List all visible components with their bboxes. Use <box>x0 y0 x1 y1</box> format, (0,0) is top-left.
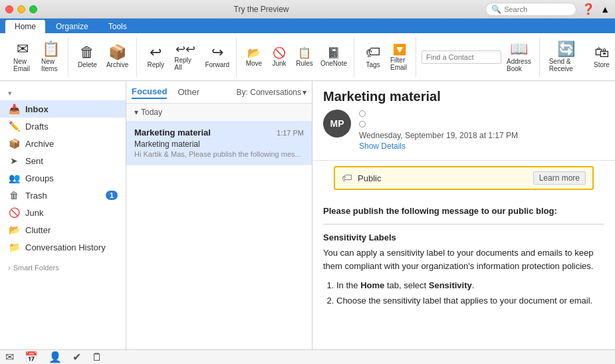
conversation-icon: 📁 <box>8 242 20 252</box>
tab-focused[interactable]: Focused <box>132 85 167 99</box>
find-contact-input[interactable] <box>422 50 501 64</box>
reply-all-button[interactable]: ↩↩ Reply All <box>170 39 201 76</box>
chevron-down-icon: ▾ <box>8 89 12 98</box>
archive-sidebar-icon: 📦 <box>8 138 20 149</box>
address-book-button[interactable]: 📖 Address Book <box>503 39 535 76</box>
forward-icon: ↪ <box>211 45 223 60</box>
trash-icon: 🗑 <box>8 190 20 201</box>
email-preview: Hi Kartik & Mas, Please publish the foll… <box>134 150 304 158</box>
new-email-icon: ✉ <box>17 42 29 56</box>
clutter-icon: 📂 <box>8 225 20 235</box>
sidebar: ▾ 📥 Inbox ✏️ Drafts 📦 Archive ➤ Sent 👥 G… <box>0 81 126 349</box>
section-title: Sensitivity Labels <box>323 232 604 242</box>
tab-tools[interactable]: Tools <box>99 20 136 33</box>
email-title-row: Marketing material <box>323 89 604 104</box>
collapse-icon[interactable]: ▲ <box>600 4 610 15</box>
archive-button[interactable]: 📦 Archive <box>102 39 132 76</box>
email-from-2 <box>359 120 518 130</box>
sidebar-collapse[interactable]: ▾ <box>0 86 126 100</box>
sidebar-item-trash[interactable]: 🗑 Trash 1 <box>0 187 126 204</box>
mail-status-icon[interactable]: ✉ <box>5 351 14 363</box>
from-dot-2 <box>359 121 366 128</box>
onenote-icon: 📓 <box>327 46 340 59</box>
title-search[interactable]: 🔍 <box>485 3 576 16</box>
send-receive-button[interactable]: 🔄 Send & Receive <box>545 39 587 76</box>
email-item-header: Marketing material 1:17 PM <box>134 128 304 137</box>
sensitivity-label: Public <box>358 173 528 183</box>
ribbon-group-move: 📂 Move 🚫 Junk 📋 Rules 📓 OneNote <box>238 37 354 77</box>
tab-organize[interactable]: Organize <box>47 20 98 33</box>
new-items-button[interactable]: 📋 New Items <box>37 39 64 76</box>
junk-button[interactable]: 🚫 Junk <box>267 45 291 68</box>
email-item-0[interactable]: Marketing material 1:17 PM Marketing mat… <box>126 121 312 165</box>
junk-icon: 🚫 <box>273 46 286 59</box>
address-book-icon: 📖 <box>510 42 528 56</box>
chevron-down-email-icon: ▾ <box>134 108 138 117</box>
sensitivity-banner-wrapper: 🏷 Public Learn more <box>312 161 615 195</box>
sidebar-item-sent[interactable]: ➤ Sent <box>0 152 126 169</box>
ribbon-group-new: ✉ New Email 📋 New Items <box>5 37 68 77</box>
store-icon: 🛍 <box>594 45 609 60</box>
traffic-lights <box>5 5 37 13</box>
step-1: In the Home tab, select Sensitivity. <box>336 278 604 293</box>
chevron-right-icon: › <box>8 264 11 272</box>
sidebar-smart-folders[interactable]: › Smart Folders <box>0 261 126 274</box>
search-icon: 🔍 <box>491 5 501 14</box>
email-list-tabs: Focused Other By: Conversations ▾ <box>126 81 312 104</box>
onenote-button[interactable]: 📓 OneNote <box>318 45 350 68</box>
show-details-link[interactable]: Show Details <box>359 141 518 151</box>
email-date: Wednesday, September 19, 2018 at 1:17 PM <box>359 131 518 140</box>
sidebar-item-junk[interactable]: 🚫 Junk <box>0 204 126 221</box>
delete-icon: 🗑 <box>80 45 94 60</box>
tag-icon: 🏷 <box>342 172 352 184</box>
sidebar-item-clutter[interactable]: 📂 Clutter <box>0 221 126 238</box>
tasks-status-icon[interactable]: ✔ <box>72 351 81 363</box>
title-bar-center: Try the Preview <box>37 5 485 14</box>
store-button[interactable]: 🛍 Store <box>588 39 615 76</box>
tab-home[interactable]: Home <box>5 20 45 33</box>
new-email-button[interactable]: ✉ New Email <box>9 39 36 76</box>
ribbon-group-find: 📖 Address Book <box>418 37 540 77</box>
move-button[interactable]: 📂 Move <box>242 45 266 68</box>
title-bar-right: 🔍 ❓ ▲ <box>485 3 610 16</box>
learn-more-button[interactable]: Learn more <box>533 171 586 185</box>
sidebar-item-drafts[interactable]: ✏️ Drafts <box>0 118 126 135</box>
main-layout: ▾ 📥 Inbox ✏️ Drafts 📦 Archive ➤ Sent 👥 G… <box>0 81 615 349</box>
help-icon[interactable]: ❓ <box>582 3 595 15</box>
send-receive-icon: 🔄 <box>557 42 575 56</box>
sort-chevron-icon: ▾ <box>303 88 307 97</box>
maximize-button[interactable] <box>29 5 37 13</box>
reply-button[interactable]: ↩ Reply <box>142 39 169 76</box>
delete-button[interactable]: 🗑 Delete <box>74 39 101 76</box>
tab-other[interactable]: Other <box>178 86 199 98</box>
title-bar: Try the Preview 🔍 ❓ ▲ <box>0 0 615 19</box>
ribbon-group-tags: 🏷 Tags 🔽 Filter Email <box>356 37 416 77</box>
calendar-status-icon[interactable]: 📅 <box>25 351 38 363</box>
forward-button[interactable]: ↪ Forward <box>203 39 232 76</box>
minimize-button[interactable] <box>17 5 25 13</box>
from-dot-1 <box>359 110 366 117</box>
email-main-title: Marketing material <box>323 89 441 104</box>
filter-email-button[interactable]: 🔽 Filter Email <box>388 42 412 72</box>
search-input[interactable] <box>504 5 570 13</box>
junk-sidebar-icon: 🚫 <box>8 207 20 218</box>
email-group-today: ▾ Today <box>126 104 312 121</box>
preview-label: Try the Preview <box>234 5 289 14</box>
rules-icon: 📋 <box>298 46 311 59</box>
sidebar-item-archive[interactable]: 📦 Archive <box>0 135 126 152</box>
sidebar-item-conversation-history[interactable]: 📁 Conversation History <box>0 238 126 256</box>
tags-button[interactable]: 🏷 Tags <box>360 39 386 76</box>
close-button[interactable] <box>5 5 13 13</box>
ribbon-group-reply: ↩ Reply ↩↩ Reply All ↪ Forward <box>138 37 237 77</box>
rules-button[interactable]: 📋 Rules <box>293 45 316 68</box>
email-sort[interactable]: By: Conversations ▾ <box>237 88 307 97</box>
notes-status-icon[interactable]: 🗒 <box>92 351 102 363</box>
sidebar-item-inbox[interactable]: 📥 Inbox <box>0 100 126 118</box>
sensitivity-banner: 🏷 Public Learn more <box>334 166 594 190</box>
contacts-status-icon[interactable]: 👤 <box>49 351 62 363</box>
reply-all-icon: ↩↩ <box>176 43 195 55</box>
email-details: Wednesday, September 19, 2018 at 1:17 PM… <box>359 110 518 151</box>
sidebar-item-groups[interactable]: 👥 Groups <box>0 169 126 187</box>
step-2: Choose the sensitivity label that applie… <box>336 293 604 308</box>
inbox-icon: 📥 <box>8 104 20 114</box>
